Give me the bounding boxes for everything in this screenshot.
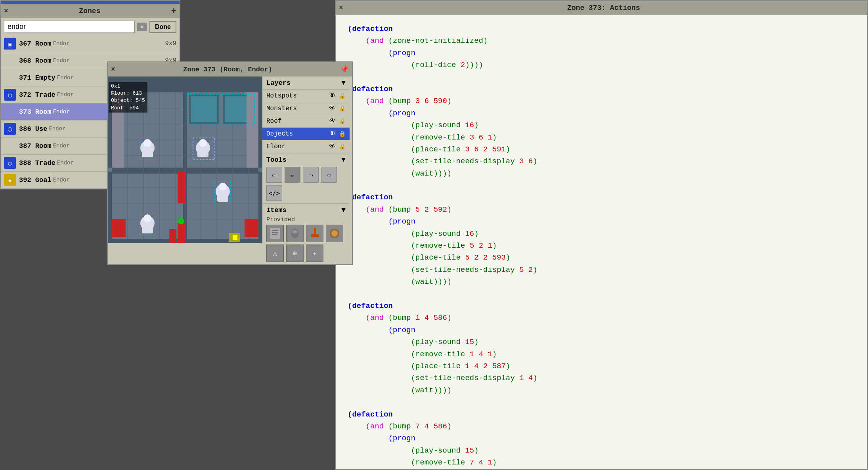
svg-rect-69: [270, 228, 280, 239]
layer-eye-floor[interactable]: 👁: [329, 143, 336, 150]
layer-item-hotspots[interactable]: Hotspots 👁 🔒: [262, 90, 350, 102]
zone-icon-387: [4, 140, 16, 152]
layer-eye-objects[interactable]: 👁: [329, 130, 336, 138]
layer-eye-hotspots[interactable]: 👁: [329, 92, 336, 99]
layer-lock-monsters[interactable]: 🔒: [339, 105, 346, 112]
zones-clear-button[interactable]: ×: [137, 23, 147, 31]
layers-header: Layers ▼: [262, 76, 350, 90]
item-svg-2: [308, 226, 322, 241]
svg-point-46: [143, 139, 151, 147]
layer-lock-floor[interactable]: 🔒: [339, 143, 346, 150]
tool-rect-button[interactable]: ▭: [303, 167, 319, 183]
zone-editor-close-button[interactable]: ×: [111, 65, 115, 73]
item-icon-0[interactable]: [266, 225, 284, 242]
svg-text:✦: ✦: [313, 250, 317, 258]
svg-point-49: [199, 139, 207, 147]
zone-icon-368: [4, 55, 16, 67]
zone-icon-372: ⬡: [4, 89, 16, 101]
layer-eye-roof[interactable]: 👁: [329, 117, 336, 125]
svg-point-81: [331, 230, 338, 237]
code-view[interactable]: (defaction (and (zone-not-initialized) (…: [336, 15, 867, 469]
item-svg-3: [327, 226, 342, 241]
zones-search-input[interactable]: [4, 21, 135, 33]
tools-title: Tools: [266, 156, 287, 164]
layer-item-roof[interactable]: Roof 👁 🔒: [262, 115, 350, 128]
zone-icon-373: [4, 106, 16, 118]
zone-name-392: 392 Goal: [19, 176, 52, 184]
item-icon-5[interactable]: ⊕: [286, 245, 304, 262]
zone-name-367: 367 Room: [19, 40, 52, 48]
zone-name-373: 373 Room: [19, 108, 52, 116]
item-icon-4[interactable]: △: [266, 245, 284, 262]
zone-tag-368: Endor: [53, 57, 70, 64]
zone-editor-titlebar: × Zone 373 (Room, Endor) 📌: [108, 62, 352, 76]
svg-text:⬡: ⬡: [8, 93, 12, 99]
item-svg-6: ✦: [308, 246, 322, 260]
item-icon-6[interactable]: ✦: [306, 245, 323, 262]
tools-collapse-icon[interactable]: ▼: [341, 156, 346, 164]
zone-icon-svg-388: ⬡: [4, 157, 15, 168]
zones-close-button[interactable]: ×: [4, 7, 8, 15]
zones-top-bar: [1, 1, 180, 4]
zone-canvas[interactable]: 0x1 Floor: 613 Object: 545 Roof: 594: [108, 76, 262, 243]
svg-rect-39: [178, 223, 185, 243]
svg-rect-67: [258, 168, 262, 172]
zone-name-371: 371 Empty: [19, 74, 55, 82]
zone-icon-svg-392: ★: [4, 174, 15, 185]
tools-panel: Tools ▼ ▭ ✏ ▭ ▭ </>: [262, 153, 350, 203]
canvas-floor: Floor: 613: [111, 90, 145, 97]
zone-tag-387: Endor: [53, 143, 70, 149]
layers-collapse-icon[interactable]: ▼: [341, 79, 346, 87]
svg-point-56: [143, 214, 151, 222]
zone-tag-386: Endor: [49, 126, 65, 132]
svg-text:⬡: ⬡: [8, 161, 12, 167]
zone-item-367[interactable]: ▣ 367 Room Endor 9x9: [1, 35, 180, 52]
zone-name-386: 386 Use: [19, 125, 47, 133]
zones-done-button[interactable]: Done: [149, 21, 176, 33]
layer-lock-objects[interactable]: 🔒: [339, 130, 346, 137]
item-svg-0: [268, 226, 282, 241]
zone-editor-pin-button[interactable]: 📌: [340, 65, 349, 74]
zone-icon-388: ⬡: [4, 157, 16, 169]
layer-name-hotspots: Hotspots: [266, 92, 329, 99]
items-header: Items ▼: [266, 206, 346, 214]
svg-rect-54: [217, 193, 228, 202]
svg-text:★: ★: [8, 177, 12, 184]
svg-rect-44: [247, 92, 258, 168]
item-icon-1[interactable]: [286, 225, 304, 242]
item-svg-5: ⊕: [288, 246, 302, 260]
svg-rect-40: [169, 229, 176, 243]
tool-select-button[interactable]: ▭: [266, 167, 282, 183]
layer-lock-hotspots[interactable]: 🔒: [339, 92, 346, 99]
zone-editor-title: Zone 373 (Room, Endor): [115, 66, 340, 73]
tool-code-button[interactable]: </>: [266, 185, 282, 201]
zone-editor-panel: × Zone 373 (Room, Endor) 📌 0x1 Floor: 61…: [107, 61, 353, 265]
tools-header: Tools ▼: [266, 156, 346, 164]
svg-rect-78: [311, 234, 319, 237]
zone-icon-392: ★: [4, 174, 16, 186]
actions-close-button[interactable]: ×: [339, 4, 343, 12]
tools-buttons: ▭ ✏ ▭ ▭ </>: [266, 167, 346, 201]
svg-point-75: [292, 230, 298, 233]
item-icon-3[interactable]: [326, 225, 343, 242]
layer-item-floor[interactable]: Floor 👁 🔒: [262, 140, 350, 153]
items-provided-label: Provided: [266, 216, 346, 223]
items-collapse-icon[interactable]: ▼: [341, 206, 346, 214]
layer-eye-monsters[interactable]: 👁: [329, 105, 336, 112]
zone-size-367: 9x9: [165, 40, 176, 47]
zones-title: Zones: [8, 7, 171, 15]
svg-rect-66: [108, 168, 112, 172]
layer-item-objects[interactable]: Objects 👁 🔒: [262, 128, 350, 140]
zones-search-bar: × Done: [1, 18, 180, 35]
item-icon-2[interactable]: [306, 225, 323, 242]
layer-item-monsters[interactable]: Monsters 👁 🔒: [262, 102, 350, 115]
zones-add-button[interactable]: +: [171, 6, 176, 16]
svg-rect-63: [233, 235, 237, 240]
layer-name-floor: Floor: [266, 143, 329, 150]
tool-pencil-button[interactable]: ✏: [285, 167, 300, 183]
zone-tag-371: Endor: [57, 75, 74, 81]
tool-fill-button[interactable]: ▭: [321, 167, 337, 183]
actions-title: Zone 373: Actions: [343, 4, 864, 12]
items-grid: [266, 225, 346, 242]
layer-lock-roof[interactable]: 🔒: [339, 118, 346, 124]
